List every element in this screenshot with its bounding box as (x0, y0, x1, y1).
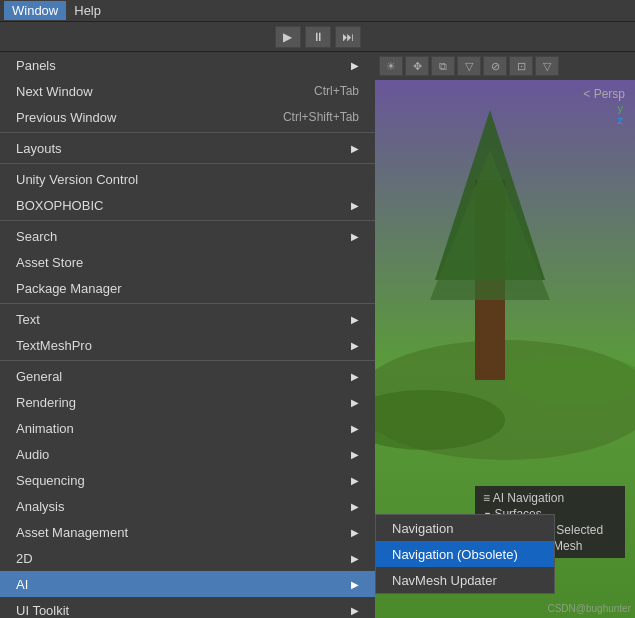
search-arrow: ▶ (351, 231, 359, 242)
package-manager-label: Package Manager (16, 281, 122, 296)
persp-label: < Persp (583, 87, 625, 101)
animation-label: Animation (16, 421, 74, 436)
asset-management-arrow: ▶ (351, 527, 359, 538)
pause-button[interactable]: ⏸ (305, 26, 331, 48)
svg-marker-3 (430, 150, 550, 300)
panels-arrow: ▶ (351, 60, 359, 71)
prev-window-shortcut: Ctrl+Shift+Tab (283, 110, 359, 124)
navmesh-updater-label: NavMesh Updater (392, 573, 497, 588)
scene-tool-7[interactable]: ▽ (535, 56, 559, 76)
scene-tool-4[interactable]: ▽ (457, 56, 481, 76)
analysis-arrow: ▶ (351, 501, 359, 512)
menu-prev-window[interactable]: Previous Window Ctrl+Shift+Tab (0, 104, 375, 130)
window-dropdown-menu: Panels ▶ Next Window Ctrl+Tab Previous W… (0, 52, 375, 618)
divider-2 (0, 163, 375, 164)
layouts-label: Layouts (16, 141, 62, 156)
menu-search[interactable]: Search ▶ (0, 223, 375, 249)
divider-3 (0, 220, 375, 221)
ai-nav-title: AI Navigation (483, 490, 617, 506)
analysis-label: Analysis (16, 499, 64, 514)
gizmo: y z (618, 102, 624, 126)
next-window-label: Next Window (16, 84, 93, 99)
menu-package-manager[interactable]: Package Manager (0, 275, 375, 301)
sequencing-label: Sequencing (16, 473, 85, 488)
menu-rendering[interactable]: Rendering ▶ (0, 389, 375, 415)
divider-5 (0, 360, 375, 361)
divider-1 (0, 132, 375, 133)
menu-textmeshpro[interactable]: TextMeshPro ▶ (0, 332, 375, 358)
2d-label: 2D (16, 551, 33, 566)
asset-management-label: Asset Management (16, 525, 128, 540)
unity-version-control-label: Unity Version Control (16, 172, 138, 187)
menu-next-window[interactable]: Next Window Ctrl+Tab (0, 78, 375, 104)
watermark: CSDN@bughunter (547, 603, 631, 614)
menu-asset-store[interactable]: Asset Store (0, 249, 375, 275)
scene-tool-1[interactable]: ☀ (379, 56, 403, 76)
scene-toolbar: ☀ ✥ ⧉ ▽ ⊘ ⊡ ▽ (375, 52, 635, 80)
textmeshpro-label: TextMeshPro (16, 338, 92, 353)
scene-tool-5[interactable]: ⊘ (483, 56, 507, 76)
animation-arrow: ▶ (351, 423, 359, 434)
ai-arrow: ▶ (351, 579, 359, 590)
asset-store-label: Asset Store (16, 255, 83, 270)
rendering-label: Rendering (16, 395, 76, 410)
menu-ai[interactable]: AI ▶ (0, 571, 375, 597)
menu-text[interactable]: Text ▶ (0, 306, 375, 332)
main-area: ☀ ✥ ⧉ ▽ ⊘ ⊡ ▽ < Persp y z CSDN@bughu (0, 52, 635, 618)
general-arrow: ▶ (351, 371, 359, 382)
rendering-arrow: ▶ (351, 397, 359, 408)
search-label: Search (16, 229, 57, 244)
menu-asset-management[interactable]: Asset Management ▶ (0, 519, 375, 545)
text-arrow: ▶ (351, 314, 359, 325)
audio-arrow: ▶ (351, 449, 359, 460)
menu-sequencing[interactable]: Sequencing ▶ (0, 467, 375, 493)
menu-boxophobic[interactable]: BOXOPHOBIC ▶ (0, 192, 375, 218)
general-label: General (16, 369, 62, 384)
2d-arrow: ▶ (351, 553, 359, 564)
ui-toolkit-label: UI Toolkit (16, 603, 69, 618)
scene-tool-2[interactable]: ✥ (405, 56, 429, 76)
help-menu[interactable]: Help (66, 1, 109, 20)
gizmo-z: z (618, 114, 624, 126)
menu-2d[interactable]: 2D ▶ (0, 545, 375, 571)
submenu-navmesh-updater[interactable]: NavMesh Updater (376, 567, 554, 593)
ai-submenu: Navigation Navigation (Obsolete) NavMesh… (375, 514, 555, 594)
text-label: Text (16, 312, 40, 327)
gizmo-y: y (618, 102, 624, 114)
play-button[interactable]: ▶ (275, 26, 301, 48)
submenu-navigation[interactable]: Navigation (376, 515, 554, 541)
audio-label: Audio (16, 447, 49, 462)
step-button[interactable]: ⏭ (335, 26, 361, 48)
menu-layouts[interactable]: Layouts ▶ (0, 135, 375, 161)
scene-tool-6[interactable]: ⊡ (509, 56, 533, 76)
menu-animation[interactable]: Animation ▶ (0, 415, 375, 441)
boxophobic-arrow: ▶ (351, 200, 359, 211)
textmeshpro-arrow: ▶ (351, 340, 359, 351)
menu-panels[interactable]: Panels ▶ (0, 52, 375, 78)
layouts-arrow: ▶ (351, 143, 359, 154)
submenu-navigation-obsolete[interactable]: Navigation (Obsolete) (376, 541, 554, 567)
menu-ui-toolkit[interactable]: UI Toolkit ▶ (0, 597, 375, 618)
prev-window-label: Previous Window (16, 110, 116, 125)
menu-audio[interactable]: Audio ▶ (0, 441, 375, 467)
next-window-shortcut: Ctrl+Tab (314, 84, 359, 98)
sequencing-arrow: ▶ (351, 475, 359, 486)
scene-tool-3[interactable]: ⧉ (431, 56, 455, 76)
ai-label: AI (16, 577, 28, 592)
menu-analysis[interactable]: Analysis ▶ (0, 493, 375, 519)
navigation-label: Navigation (392, 521, 453, 536)
navigation-obsolete-label: Navigation (Obsolete) (392, 547, 518, 562)
boxophobic-label: BOXOPHOBIC (16, 198, 103, 213)
menu-panels-label: Panels (16, 58, 56, 73)
ui-toolkit-arrow: ▶ (351, 605, 359, 616)
menu-bar: Window Help (0, 0, 635, 22)
menu-general[interactable]: General ▶ (0, 363, 375, 389)
toolbar: ▶ ⏸ ⏭ (0, 22, 635, 52)
menu-unity-version-control[interactable]: Unity Version Control (0, 166, 375, 192)
window-menu[interactable]: Window (4, 1, 66, 20)
divider-4 (0, 303, 375, 304)
